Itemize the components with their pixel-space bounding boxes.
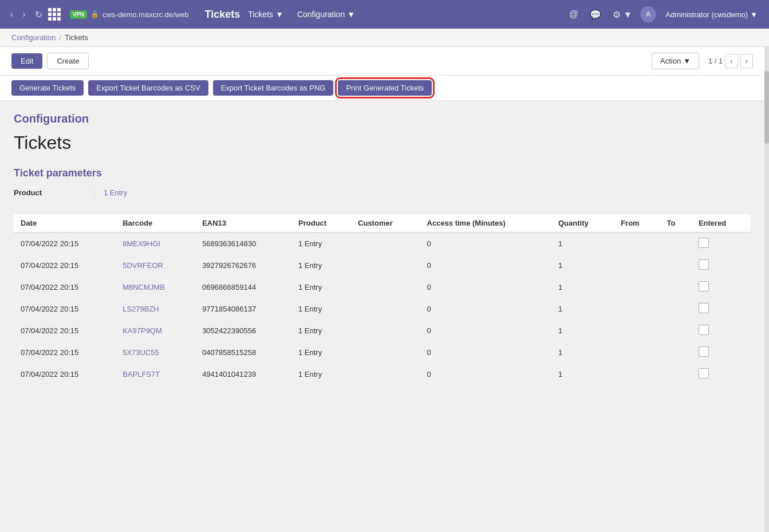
user-dropdown-icon: ▼ [750,10,758,19]
settings-icon-button[interactable]: ⚙ ▼ [609,7,636,22]
cell-customer [351,320,420,342]
back-button[interactable]: ‹ [7,8,17,21]
chat-icon-button[interactable]: 💬 [586,7,605,22]
pagination-area: 1 / 1 ‹ › [708,54,753,68]
cell-to [660,342,692,364]
cell-quantity: 1 [551,298,614,320]
pagination-prev-button[interactable]: ‹ [725,54,738,68]
user-name-label: Administrator (cwsdemo) [665,10,748,19]
edit-button[interactable]: Edit [11,53,42,69]
cell-from [614,277,660,298]
entered-checkbox[interactable] [699,368,709,379]
product-label: Product [14,188,94,197]
cell-barcode[interactable]: BAPLFS7T [116,364,195,385]
entered-checkbox[interactable] [699,303,709,313]
cell-date: 07/04/2022 20:15 [14,277,116,298]
export-csv-label: Export Ticket Barcodes as CSV [96,84,200,92]
cell-entered[interactable] [692,364,751,385]
record-area: Configuration Tickets Ticket parameters … [0,101,764,397]
cell-access-time: 0 [420,320,551,342]
product-value[interactable]: 1 Entry [104,188,127,197]
cell-quantity: 1 [551,277,614,298]
cell-barcode-link[interactable]: M8NCMJMB [123,283,165,291]
content-area: Edit Create Action ▼ 1 / 1 ‹ › Generate … [0,47,769,532]
print-tickets-label: Print Generated Tickets [346,84,424,92]
field-separator [94,188,94,200]
cell-quantity: 1 [551,232,614,255]
page-wrapper: ‹ › ↻ VPN 🔒 cws-demo.maxcrc.de/web Ticke… [0,0,769,532]
cell-barcode-link[interactable]: 5X73UC55 [123,348,159,357]
forward-button[interactable]: › [19,8,29,21]
cell-barcode-link[interactable]: KA97P9QM [123,326,162,335]
topbar-nav: Tickets Tickets ▼ Configuration ▼ [200,6,361,22]
cell-customer [351,277,420,298]
cell-barcode-link[interactable]: 8MEX9HGI [123,239,160,248]
export-png-button[interactable]: Export Ticket Barcodes as PNG [213,80,334,96]
cell-from [614,298,660,320]
entered-checkbox[interactable] [699,259,709,270]
cell-barcode[interactable]: 5DVRFEOR [116,255,195,277]
cell-barcode[interactable]: LS279BZH [116,298,195,320]
col-date: Date [14,214,116,232]
cell-quantity: 1 [551,364,614,385]
entered-checkbox[interactable] [699,281,709,291]
cell-from [614,232,660,255]
cell-from [614,342,660,364]
tickets-menu-label: Tickets [248,10,273,19]
configuration-menu[interactable]: Configuration ▼ [291,6,361,22]
cell-entered[interactable] [692,342,751,364]
cell-entered[interactable] [692,298,751,320]
scrollbar[interactable] [764,47,769,532]
cell-barcode-link[interactable]: LS279BZH [123,305,159,313]
cell-entered[interactable] [692,255,751,277]
apps-grid-icon[interactable] [48,8,61,21]
cell-to [660,364,692,385]
print-tickets-button[interactable]: Print Generated Tickets [338,80,432,96]
cell-to [660,255,692,277]
table-row: 07/04/2022 20:15BAPLFS7T49414010412391 E… [14,364,751,385]
cell-barcode-link[interactable]: 5DVRFEOR [123,261,163,270]
table-row: 07/04/2022 20:155X73UC5504078585152581 E… [14,342,751,364]
cell-barcode[interactable]: M8NCMJMB [116,277,195,298]
generate-tickets-button[interactable]: Generate Tickets [11,80,84,96]
cell-date: 07/04/2022 20:15 [14,364,116,385]
topbar: ‹ › ↻ VPN 🔒 cws-demo.maxcrc.de/web Ticke… [0,0,769,29]
cell-entered[interactable] [692,320,751,342]
cell-customer [351,255,420,277]
entered-checkbox[interactable] [699,325,709,335]
cell-barcode[interactable]: KA97P9QM [116,320,195,342]
cell-access-time: 0 [420,342,551,364]
url-text[interactable]: cws-demo.maxcrc.de/web [102,10,188,19]
export-png-label: Export Ticket Barcodes as PNG [221,84,326,92]
create-button[interactable]: Create [47,53,89,69]
cell-barcode-link[interactable]: BAPLFS7T [123,370,160,379]
table-row: 07/04/2022 20:158MEX9HGI56893636148301 E… [14,232,751,255]
entered-checkbox[interactable] [699,346,709,357]
action-bar: Generate Tickets Export Ticket Barcodes … [0,76,764,101]
entered-checkbox[interactable] [699,238,709,248]
cell-product: 1 Entry [291,232,351,255]
breadcrumb-configuration[interactable]: Configuration [11,33,56,42]
action-dropdown-button[interactable]: Action ▼ [652,53,699,69]
cell-customer [351,232,420,255]
tickets-menu[interactable]: Tickets ▼ [242,6,289,22]
col-to: To [660,214,692,232]
cell-entered[interactable] [692,232,751,255]
cell-customer [351,342,420,364]
reload-button[interactable]: ↻ [31,8,46,21]
cell-to [660,277,692,298]
subsection-heading: Ticket parameters [14,167,751,179]
at-icon-button[interactable]: @ [566,7,582,22]
cell-barcode[interactable]: 8MEX9HGI [116,232,195,255]
cell-access-time: 0 [420,364,551,385]
cell-ean13: 0407858515258 [195,342,291,364]
user-menu-button[interactable]: Administrator (cwsdemo) ▼ [661,8,762,21]
cell-quantity: 1 [551,255,614,277]
cell-entered[interactable] [692,277,751,298]
scrollable-content: Edit Create Action ▼ 1 / 1 ‹ › Generate … [0,47,764,532]
pagination-next-button[interactable]: › [740,54,753,68]
cell-from [614,320,660,342]
cell-barcode[interactable]: 5X73UC55 [116,342,195,364]
cell-date: 07/04/2022 20:15 [14,342,116,364]
export-csv-button[interactable]: Export Ticket Barcodes as CSV [88,80,208,96]
